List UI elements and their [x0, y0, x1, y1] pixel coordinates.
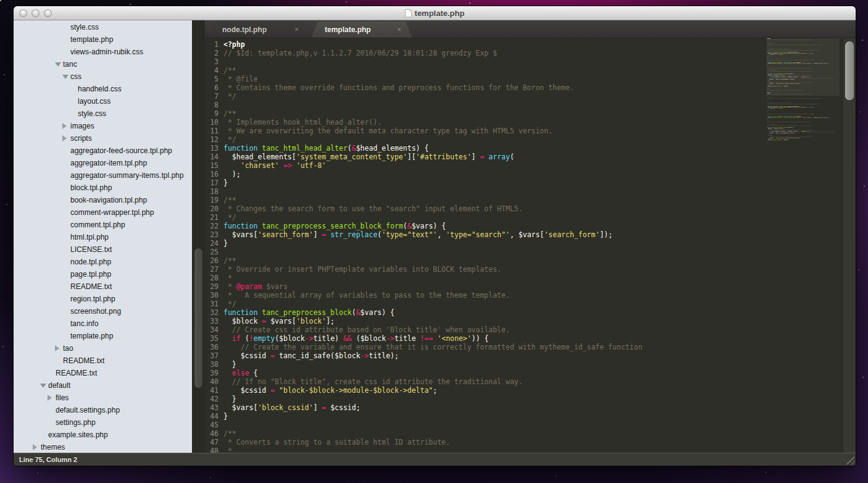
- code-line-29[interactable]: 29 * @param $vars: [205, 282, 643, 291]
- code-line-14[interactable]: 14 $head_elements['system_meta_content_t…: [205, 153, 643, 161]
- code-line-18[interactable]: 18: [205, 187, 643, 196]
- disclosure-expanded-icon[interactable]: [62, 75, 70, 79]
- sidebar-item-default[interactable]: default: [14, 379, 192, 392]
- sidebar-item-style-css[interactable]: style.css: [14, 21, 192, 33]
- code-line-4[interactable]: 4/**: [205, 66, 643, 75]
- sidebar-item-block-tpl-php[interactable]: block.tpl.php: [14, 182, 192, 194]
- sidebar-item-themes[interactable]: themes: [14, 441, 192, 453]
- sidebar-item-comment-tpl-php[interactable]: comment.tpl.php: [14, 219, 192, 231]
- sidebar-item-readme-txt[interactable]: README.txt: [14, 280, 192, 293]
- code-line-15[interactable]: 15 'charset' => 'utf-8': [205, 161, 643, 170]
- sidebar-scrollbar-thumb[interactable]: [194, 248, 202, 388]
- code-line-25[interactable]: 25: [205, 248, 643, 256]
- code-line-10[interactable]: 10 * Implements hook_html_head_alter().: [205, 118, 643, 127]
- code-line-35[interactable]: 35 if (!empty($block->title) && ($block-…: [205, 334, 643, 343]
- sidebar-item-license-txt[interactable]: LICENSE.txt: [14, 243, 192, 256]
- disclosure-collapsed-icon[interactable]: [62, 123, 70, 129]
- disclosure-collapsed-icon[interactable]: [62, 135, 70, 141]
- sidebar-item-screenshot-png[interactable]: screenshot.png: [14, 305, 192, 317]
- sidebar-item-style-css[interactable]: style.css: [14, 107, 192, 120]
- code-line-2[interactable]: 2// $Id: template.php,v 1.1.2.7 2010/06/…: [205, 49, 643, 57]
- editor-scrollbar-thumb[interactable]: [845, 41, 854, 100]
- sidebar-item-aggregator-summary-items-tpl-php[interactable]: aggregator-summary-items.tpl.php: [14, 169, 192, 182]
- sidebar-item-tanc[interactable]: tanc: [14, 58, 192, 70]
- code-line-32[interactable]: 32function tanc_preprocess_block(&$vars)…: [205, 308, 643, 317]
- code-line-48[interactable]: 48 *: [205, 447, 643, 453]
- sidebar-item-aggregator-feed-source-tpl-php[interactable]: aggregator-feed-source.tpl.php: [14, 145, 192, 157]
- code-line-7[interactable]: 7 */: [205, 92, 643, 101]
- code-line-21[interactable]: 21 */: [205, 213, 643, 222]
- code-line-44[interactable]: 44}: [205, 412, 643, 421]
- code-line-42[interactable]: 42 }: [205, 395, 643, 403]
- sidebar-item-layout-css[interactable]: layout.css: [14, 95, 192, 107]
- sidebar-item-readme-txt[interactable]: README.txt: [14, 355, 192, 367]
- titlebar[interactable]: template.php: [14, 6, 856, 20]
- disclosure-expanded-icon[interactable]: [55, 62, 63, 67]
- tab-template-php[interactable]: template.php×: [311, 22, 412, 38]
- tab-close-icon[interactable]: ×: [294, 26, 299, 33]
- disclosure-collapsed-icon[interactable]: [33, 444, 41, 450]
- tab-node-tpl-php[interactable]: node.tpl.php×: [209, 22, 310, 38]
- code-line-37[interactable]: 37 $cssid = tanc_id_safe($block->title);: [205, 351, 643, 360]
- code-line-41[interactable]: 41 $cssid = "block-$block->module-$block…: [205, 386, 643, 395]
- code-line-3[interactable]: 3: [205, 57, 643, 66]
- code-line-19[interactable]: 19/**: [205, 196, 643, 204]
- disclosure-collapsed-icon[interactable]: [55, 345, 63, 351]
- sidebar-item-scripts[interactable]: scripts: [14, 132, 192, 145]
- code-line-16[interactable]: 16 );: [205, 170, 643, 178]
- tab-close-icon[interactable]: ×: [397, 26, 401, 33]
- code-line-27[interactable]: 27 * Override or insert PHPTemplate vari…: [205, 265, 643, 274]
- sidebar-item-template-php[interactable]: template.php: [14, 330, 192, 342]
- minimap-viewport[interactable]: [767, 38, 840, 96]
- code-line-45[interactable]: 45: [205, 421, 643, 429]
- sidebar-item-images[interactable]: images: [14, 120, 192, 132]
- code-line-8[interactable]: 8: [205, 101, 643, 109]
- sidebar-item-tanc-info[interactable]: tanc.info: [14, 317, 192, 330]
- code-line-43[interactable]: 43 $vars['block_cssid'] = $cssid;: [205, 403, 643, 412]
- sidebar-item-comment-wrapper-tpl-php[interactable]: comment-wrapper.tpl.php: [14, 206, 192, 219]
- code-line-13[interactable]: 13function tanc_html_head_alter(&$head_e…: [205, 144, 643, 153]
- editor-scrollbar[interactable]: [843, 38, 856, 453]
- sidebar-item-example-sites-php[interactable]: example.sites.php: [14, 429, 192, 441]
- code-line-39[interactable]: 39 else {: [205, 369, 643, 377]
- sidebar-item-aggregator-item-tpl-php[interactable]: aggregator-item.tpl.php: [14, 157, 192, 169]
- code-line-34[interactable]: 34 // Create css id attribute based on '…: [205, 326, 643, 334]
- code-line-47[interactable]: 47 * Converts a string to a suitable htm…: [205, 438, 643, 447]
- code-line-36[interactable]: 36 // Create the variable and ensure tha…: [205, 343, 643, 351]
- sidebar-item-book-navigation-tpl-php[interactable]: book-navigation.tpl.php: [14, 194, 192, 206]
- minimap[interactable]: 1<?php2// $Id: template.php,v 1.1.2.7 20…: [767, 38, 840, 145]
- code-line-31[interactable]: 31 */: [205, 300, 643, 308]
- code-line-26[interactable]: 26/**: [205, 256, 643, 265]
- sidebar-item-css[interactable]: css: [14, 70, 192, 83]
- code-line-40[interactable]: 40 // If no "Block title", create css id…: [205, 377, 643, 386]
- sidebar-item-settings-php[interactable]: settings.php: [14, 416, 192, 429]
- code-line-46[interactable]: 46/**: [205, 429, 643, 438]
- sidebar-item-region-tpl-php[interactable]: region.tpl.php: [14, 293, 192, 305]
- sidebar-item-template-php[interactable]: template.php: [14, 33, 192, 46]
- code-line-1[interactable]: 1<?php: [205, 40, 643, 49]
- code-editor[interactable]: 1<?php2// $Id: template.php,v 1.1.2.7 20…: [205, 38, 856, 453]
- close-window-button[interactable]: [19, 9, 27, 17]
- sidebar-item-html-tpl-php[interactable]: html.tpl.php: [14, 231, 192, 243]
- sidebar-item-views-admin-rubik-css[interactable]: views-admin-rubik.css: [14, 46, 192, 58]
- minimize-window-button[interactable]: [31, 9, 40, 17]
- sidebar-item-default-settings-php[interactable]: default.settings.php: [14, 404, 192, 416]
- code-line-24[interactable]: 24}: [205, 239, 643, 248]
- sidebar-item-handheld-css[interactable]: handheld.css: [14, 83, 192, 95]
- sidebar-item-page-tpl-php[interactable]: page.tpl.php: [14, 268, 192, 280]
- disclosure-expanded-icon[interactable]: [40, 384, 48, 388]
- code-line-23[interactable]: 23 $vars['search_form'] = str_replace('t…: [205, 230, 643, 239]
- resize-grip[interactable]: [845, 455, 854, 464]
- code-line-22[interactable]: 22function tanc_preprocess_search_block_…: [205, 222, 643, 230]
- sidebar-scrollbar[interactable]: [192, 20, 205, 453]
- code-line-30[interactable]: 30 * A sequential array of variables to …: [205, 291, 643, 300]
- code-line-17[interactable]: 17}: [205, 178, 643, 187]
- code-line-20[interactable]: 20 * Changes the search form to use the …: [205, 204, 643, 213]
- code-line-5[interactable]: 5 * @file: [205, 75, 643, 83]
- sidebar-item-tao[interactable]: tao: [14, 342, 192, 355]
- code-line-28[interactable]: 28 *: [205, 274, 643, 282]
- code-line-38[interactable]: 38 }: [205, 360, 643, 369]
- zoom-window-button[interactable]: [44, 9, 52, 17]
- code-line-33[interactable]: 33 $block = $vars['block'];: [205, 317, 643, 326]
- disclosure-collapsed-icon[interactable]: [48, 395, 56, 401]
